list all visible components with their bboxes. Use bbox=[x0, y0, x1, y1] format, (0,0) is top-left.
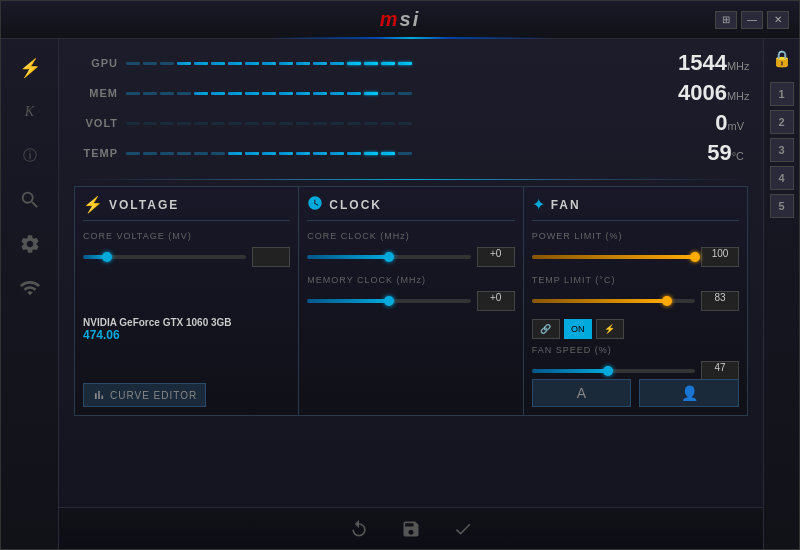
fan-panel-header: ✦ FAN bbox=[532, 195, 739, 221]
temp-meter-row: TEMP bbox=[74, 139, 748, 167]
sidebar-item-info[interactable]: ⓘ bbox=[11, 137, 49, 175]
fan-speed-track[interactable] bbox=[532, 369, 695, 373]
d bbox=[398, 62, 412, 65]
minimize-button[interactable]: — bbox=[741, 11, 763, 29]
close-button[interactable]: ✕ bbox=[767, 11, 789, 29]
fan-on-toggle[interactable]: ON bbox=[564, 319, 592, 339]
profile-1-button[interactable]: 1 bbox=[770, 82, 794, 106]
lock-icon[interactable]: 🔒 bbox=[772, 49, 792, 68]
fan-speed-input[interactable]: 47 bbox=[701, 361, 739, 381]
d bbox=[279, 122, 293, 125]
profile-3-button[interactable]: 3 bbox=[770, 138, 794, 162]
apply-button[interactable] bbox=[449, 515, 477, 543]
core-clock-track[interactable] bbox=[307, 255, 470, 259]
sidebar-item-settings[interactable] bbox=[11, 225, 49, 263]
d bbox=[330, 62, 344, 65]
left-sidebar: ⚡ K ⓘ bbox=[1, 39, 59, 549]
d bbox=[160, 92, 174, 95]
fan-boost-toggle[interactable]: ⚡ bbox=[596, 319, 624, 339]
core-voltage-label: CORE VOLTAGE (MV) bbox=[83, 231, 290, 241]
d bbox=[245, 62, 259, 65]
memory-clock-track[interactable] bbox=[307, 299, 470, 303]
d bbox=[228, 122, 242, 125]
temp-limit-label: TEMP LIMIT (°C) bbox=[532, 275, 739, 285]
d bbox=[347, 62, 361, 65]
core-clock-thumb[interactable] bbox=[384, 252, 394, 262]
d bbox=[381, 92, 395, 95]
fan-speed-thumb[interactable] bbox=[603, 366, 613, 376]
d bbox=[279, 152, 293, 155]
volt-value: 0mV bbox=[678, 112, 748, 134]
curve-editor-button[interactable]: CURVE EDITOR bbox=[83, 383, 206, 407]
memory-clock-thumb[interactable] bbox=[384, 296, 394, 306]
temp-label: TEMP bbox=[74, 147, 126, 159]
profile-2-button[interactable]: 2 bbox=[770, 110, 794, 134]
power-limit-fill bbox=[532, 255, 695, 259]
volt-bar bbox=[126, 116, 678, 130]
temp-value: 59°C bbox=[678, 142, 748, 164]
core-voltage-track[interactable] bbox=[83, 255, 246, 259]
fan-profile-a-button[interactable]: A bbox=[532, 379, 632, 407]
fan-profile-buttons: A 👤 bbox=[532, 379, 739, 407]
sidebar-item-search[interactable] bbox=[11, 181, 49, 219]
core-clock-label: CORE CLOCK (MHz) bbox=[307, 231, 514, 241]
profile-5-button[interactable]: 5 bbox=[770, 194, 794, 218]
d bbox=[194, 92, 208, 95]
d bbox=[245, 122, 259, 125]
d bbox=[381, 152, 395, 155]
d bbox=[381, 62, 395, 65]
d bbox=[211, 62, 225, 65]
gpu-meter-row: GPU bbox=[74, 49, 748, 77]
fan-profile-user-button[interactable]: 👤 bbox=[639, 379, 739, 407]
profile-4-button[interactable]: 4 bbox=[770, 166, 794, 190]
d bbox=[296, 92, 310, 95]
d bbox=[177, 62, 191, 65]
d bbox=[279, 62, 293, 65]
power-limit-thumb[interactable] bbox=[690, 252, 700, 262]
d bbox=[262, 62, 276, 65]
gpu-dashes bbox=[126, 56, 678, 70]
d bbox=[228, 152, 242, 155]
memory-clock-fill bbox=[307, 299, 389, 303]
fan-link-toggle[interactable]: 🔗 bbox=[532, 319, 560, 339]
core-clock-input[interactable]: +0 bbox=[477, 247, 515, 267]
curve-editor-label: CURVE EDITOR bbox=[110, 390, 197, 401]
temp-limit-input[interactable]: 83 bbox=[701, 291, 739, 311]
core-voltage-input[interactable] bbox=[252, 247, 290, 267]
d bbox=[364, 122, 378, 125]
fan-title: FAN bbox=[551, 198, 581, 212]
d bbox=[194, 152, 208, 155]
reset-button[interactable] bbox=[345, 515, 373, 543]
sidebar-item-monitor[interactable] bbox=[11, 269, 49, 307]
d bbox=[126, 152, 140, 155]
fan-speed-label: FAN SPEED (%) bbox=[532, 345, 739, 355]
power-limit-input[interactable]: 100 bbox=[701, 247, 739, 267]
mem-value: 4006MHz bbox=[678, 82, 748, 104]
sidebar-item-overclocking[interactable]: ⚡ bbox=[11, 49, 49, 87]
gpu-info-section: NVIDIA GeForce GTX 1060 3GB 474.06 bbox=[83, 317, 290, 342]
sidebar-item-profiles[interactable]: K bbox=[11, 93, 49, 131]
gpu-score: 474.06 bbox=[83, 328, 290, 342]
memory-clock-input[interactable]: +0 bbox=[477, 291, 515, 311]
clock-icon bbox=[307, 195, 323, 214]
temp-limit-track[interactable] bbox=[532, 299, 695, 303]
voltage-icon: ⚡ bbox=[83, 195, 103, 214]
clock-panel: CLOCK CORE CLOCK (MHz) +0 MEMORY CLOCK (… bbox=[298, 186, 522, 416]
fan-toggle-row: 🔗 ON ⚡ bbox=[532, 319, 739, 339]
win-button[interactable]: ⊞ bbox=[715, 11, 737, 29]
temp-limit-thumb[interactable] bbox=[662, 296, 672, 306]
save-button[interactable] bbox=[397, 515, 425, 543]
d bbox=[177, 152, 191, 155]
clock-title: CLOCK bbox=[329, 198, 382, 212]
core-voltage-thumb[interactable] bbox=[102, 252, 112, 262]
d bbox=[160, 152, 174, 155]
temp-limit-slider-row: 83 bbox=[532, 291, 739, 311]
power-limit-slider-row: 100 bbox=[532, 247, 739, 267]
section-divider bbox=[74, 179, 748, 180]
d bbox=[160, 122, 174, 125]
d bbox=[364, 62, 378, 65]
power-limit-track[interactable] bbox=[532, 255, 695, 259]
temp-limit-fill bbox=[532, 299, 668, 303]
clock-panel-header: CLOCK bbox=[307, 195, 514, 221]
d bbox=[398, 152, 412, 155]
